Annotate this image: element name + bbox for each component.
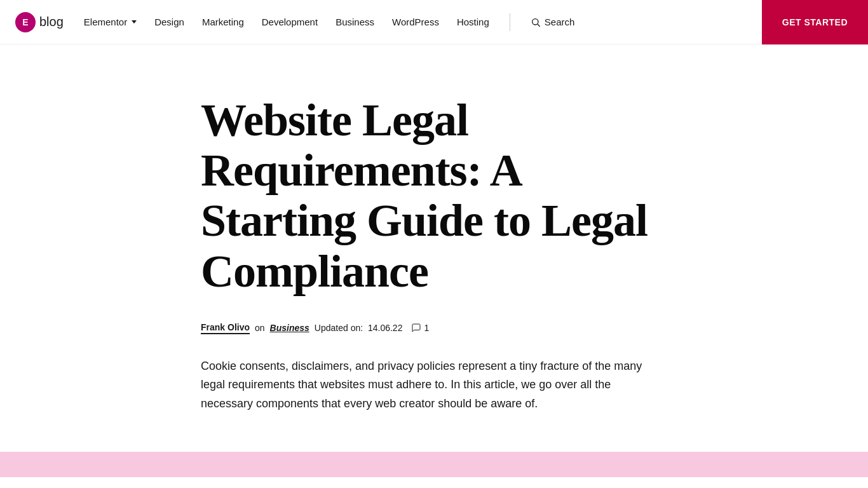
nav-item-design[interactable]: Design — [154, 17, 184, 27]
meta-on-label: on — [255, 323, 265, 333]
search-icon — [531, 17, 541, 27]
updated-label: Updated on: 14.06.22 — [315, 323, 403, 333]
nav-divider — [510, 13, 510, 31]
navbar-nav: Elementor Design Marketing Development B… — [84, 13, 762, 31]
article-title: Website Legal Requirements: A Starting G… — [201, 95, 648, 297]
logo-icon: E — [15, 12, 36, 32]
category-link[interactable]: Business — [270, 323, 309, 333]
nav-item-wordpress[interactable]: WordPress — [392, 17, 439, 27]
article-excerpt: Cookie consents, disclaimers, and privac… — [201, 357, 648, 414]
svg-line-1 — [538, 24, 540, 27]
get-started-button[interactable]: GET STARTED — [762, 0, 868, 44]
pink-banner — [0, 452, 868, 477]
main-content: Website Legal Requirements: A Starting G… — [0, 44, 868, 477]
author-link[interactable]: Frank Olivo — [201, 322, 250, 334]
nav-item-marketing[interactable]: Marketing — [202, 17, 244, 27]
nav-item-hosting[interactable]: Hosting — [457, 17, 489, 27]
nav-item-development[interactable]: Development — [262, 17, 318, 27]
comment-icon — [411, 323, 421, 333]
svg-point-0 — [532, 18, 538, 24]
logo-link[interactable]: E blog — [15, 12, 64, 32]
chevron-down-icon — [132, 20, 137, 24]
search-button[interactable]: Search — [531, 17, 575, 27]
logo-text: blog — [39, 15, 64, 29]
article-meta: Frank Olivo on Business Updated on: 14.0… — [201, 322, 648, 334]
comment-count[interactable]: 1 — [411, 323, 429, 333]
navbar: E blog Elementor Design Marketing Develo… — [0, 0, 868, 44]
nav-item-elementor[interactable]: Elementor — [84, 17, 137, 27]
nav-item-business[interactable]: Business — [336, 17, 374, 27]
article-header: Website Legal Requirements: A Starting G… — [0, 95, 699, 414]
